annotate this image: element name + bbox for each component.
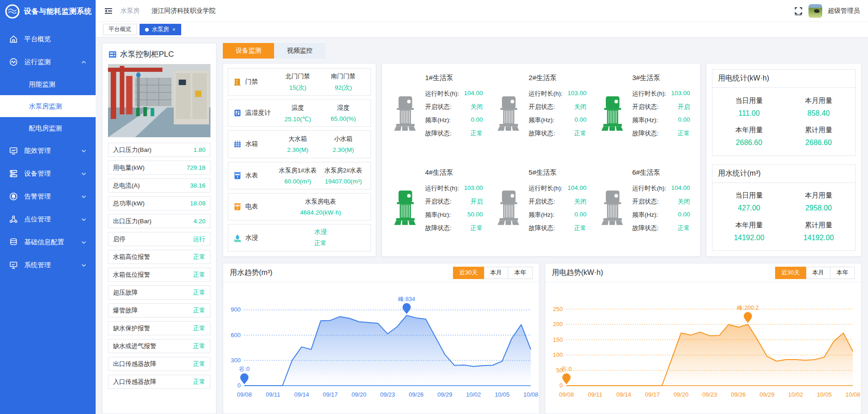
range-button-本年[interactable]: 本年 [508, 267, 533, 279]
stat-item-label: 当日用量 [714, 191, 784, 200]
sensor-reading-value: 15(次) [275, 84, 321, 92]
svg-text:10/02: 10/02 [788, 391, 803, 398]
plc-metric-value: 729.18 [187, 164, 205, 171]
chevron-up-icon [81, 59, 86, 65]
svg-text:10/08: 10/08 [523, 391, 539, 398]
sidebar-item-8[interactable]: 系统管理 [0, 253, 96, 276]
pump-icon-stopped [599, 189, 625, 227]
sensor-label: 门禁 [245, 78, 258, 86]
pump-icon-stopped [496, 189, 521, 227]
pump-stat-label: 开启状态: [632, 103, 659, 111]
sidebar-item-3[interactable]: 能效管理 [0, 139, 96, 162]
pump-stat-label: 频率(Hz): [425, 211, 451, 219]
pump-icon-stopped [392, 95, 418, 133]
svg-text:600: 600 [231, 332, 241, 339]
stat-item-label: 本年用量 [714, 126, 784, 134]
sensor-reading-value: 92(次) [321, 84, 367, 92]
tab-label: 视频监控 [287, 47, 313, 55]
pump-block-6#生活泵: 6#生活泵运行时长(h):104.00开启状态:关闭频率(Hz):0.00故障状… [593, 160, 696, 255]
trend-chart-svg: 05010015020025009/0809/1109/1409/1709/20… [545, 282, 861, 401]
pump-stat-fault: 故障状态:正常 [425, 224, 483, 232]
chevron-down-icon [81, 262, 86, 268]
pump-stat-label: 运行时长(h): [528, 90, 562, 98]
svg-text:10/08: 10/08 [846, 391, 861, 398]
sidebar-item-2[interactable]: 运行监测 [0, 50, 96, 73]
pump-stat-duration: 运行时长(h):104.00 [528, 184, 586, 193]
pump-stat-fault: 故障状态:正常 [528, 224, 586, 232]
plc-metric-row: 缺水保护报警正常 [108, 321, 210, 335]
fullscreen-icon[interactable] [794, 6, 803, 16]
sidebar-subitem-用能监测[interactable]: 用能监测 [0, 73, 96, 95]
pump-stat-value: 正常 [470, 129, 483, 138]
pump-stat-value: 104.00 [464, 90, 483, 98]
pump-body: 运行时长(h):104.00开启状态:关闭频率(Hz):0.00故障状态:正常 [599, 184, 690, 232]
pump-stat-label: 故障状态: [632, 224, 659, 232]
range-button-近30天[interactable]: 近30天 [775, 267, 806, 279]
sensor-reading-label: 大水箱 [275, 135, 321, 143]
chart-title: 用电趋势(kW·h) [552, 268, 603, 278]
range-button-本月[interactable]: 本月 [484, 267, 508, 279]
sensor-reading: 湿度65.00(%) [321, 104, 367, 123]
sidebar-collapse-icon[interactable] [104, 6, 113, 16]
sidebar-subitem-水泵房监测[interactable]: 水泵房监测 [0, 95, 96, 117]
sensor-name: 水浸 [233, 233, 275, 242]
sidebar-item-6[interactable]: 点位管理 [0, 208, 96, 231]
pump-block-2#生活泵: 2#生活泵运行时长(h):103.00开启状态:关闭频率(Hz):0.00故障状… [489, 65, 593, 160]
plc-metric-row: 出口压力(Bar)4.20 [108, 214, 210, 228]
database-icon [9, 238, 18, 247]
plc-metric-label: 爆管故障 [113, 306, 138, 315]
electric-stats-grid: 当日用量111.00本月用量858.40本年用量2686.60累计用量2686.… [712, 88, 855, 156]
pump-stat-value: 0.00 [678, 211, 690, 219]
range-button-本月[interactable]: 本月 [806, 267, 830, 279]
stat-item: 本年用量2686.60 [714, 126, 784, 147]
plc-metric-list: 入口压力(Bar)1.80用电量(kW)729.18总电流(A)38.16总功率… [108, 143, 210, 389]
trend-chart-svg: 030060090009/0809/1109/1409/1709/2009/23… [223, 282, 539, 401]
svg-text:09/29: 09/29 [437, 391, 453, 398]
tab-device-monitoring[interactable]: 设备监测 [223, 43, 274, 59]
range-button-近30天[interactable]: 近30天 [453, 267, 484, 279]
pump-stat-label: 故障状态: [425, 129, 452, 138]
plc-metric-value: 正常 [193, 253, 205, 261]
tab-video-monitoring[interactable]: 视频监控 [274, 43, 325, 59]
sidebar-item-5[interactable]: 告警管理 [0, 185, 96, 208]
stat-item-label: 本月用量 [784, 97, 853, 105]
sensor-label: 水表 [245, 172, 258, 180]
plc-metric-value: 1.80 [194, 146, 205, 153]
desktop-icon [9, 261, 18, 269]
sidebar-item-7[interactable]: 基础信息配置 [0, 231, 96, 253]
pump-stat-label: 故障状态: [632, 129, 659, 138]
pump-body: 运行时长(h):103.00开启状态:开启频率(Hz):0.00故障状态:正常 [599, 90, 690, 138]
sidebar-subitem-配电房监测[interactable]: 配电房监测 [0, 117, 96, 139]
sensor-reading-label: 水泵房1#水表 [275, 167, 321, 175]
plc-metric-row: 入口压力(Bar)1.80 [108, 143, 210, 157]
stat-item: 累计用量14192.00 [784, 221, 853, 242]
pump-stat-value: 正常 [470, 224, 483, 232]
sensor-reading-value: 25.10(℃) [275, 115, 321, 123]
sensor-label: 电表 [245, 203, 258, 211]
stat-item-value: 2686.60 [784, 139, 853, 147]
sensor-name: 温湿度计 [233, 108, 275, 118]
pump-stat-value: 0.00 [678, 116, 690, 124]
pump-block-5#生活泵: 5#生活泵运行时长(h):104.00开启状态:关闭频率(Hz):0.00故障状… [489, 160, 593, 255]
sidebar-item-4[interactable]: 设备管理 [0, 162, 96, 185]
svg-text:09/20: 09/20 [351, 391, 367, 398]
workspace-tab-pump-room[interactable]: 水泵房 × [140, 24, 181, 35]
electric-stats-box: 用电统计(kW·h) 当日用量111.00本月用量858.40本年用量2686.… [712, 69, 856, 156]
sensor-reading-value: 正常 [275, 239, 366, 247]
flood-icon [233, 233, 242, 242]
user-name[interactable]: 超级管理员 [828, 7, 860, 15]
pump-room-photo [108, 64, 210, 137]
svg-text:250: 250 [553, 306, 563, 312]
svg-text:09/23: 09/23 [702, 391, 717, 398]
plc-metric-row: 出口传感器故障正常 [108, 357, 210, 371]
pump-stat-freq: 频率(Hz):50.00 [425, 211, 483, 219]
sensor-row-电表: 电表水泵房电表4684.20(kW·h) [228, 193, 371, 220]
tab-close-icon[interactable]: × [173, 27, 176, 33]
range-button-本年[interactable]: 本年 [830, 267, 855, 279]
user-avatar[interactable] [809, 4, 822, 18]
pump-stat-fault: 故障状态:正常 [632, 129, 690, 138]
sidebar-item-1[interactable]: 平台概览 [0, 27, 96, 50]
plc-metric-value: 18.09 [190, 200, 205, 207]
sensor-cols: 水泵房电表4684.20(kW·h) [275, 198, 366, 216]
workspace-tab-overview[interactable]: 平台概览 [103, 24, 137, 35]
